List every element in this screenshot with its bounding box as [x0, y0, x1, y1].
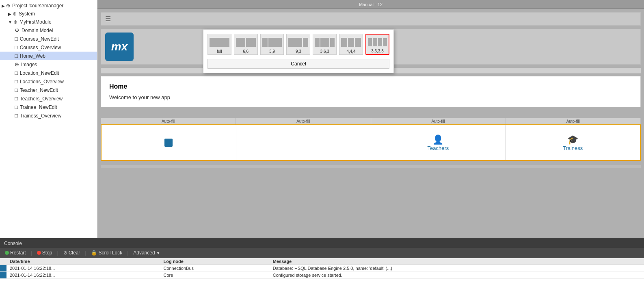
blue-square-icon [164, 139, 173, 147]
autofill-label-4: Auto-fill [506, 118, 640, 124]
teachers-link[interactable]: Teachers [428, 145, 449, 151]
divider-2: | [57, 250, 58, 256]
sidebar-item-myfirstmodule[interactable]: ▼ ⊕ MyFirstModule [0, 18, 97, 26]
courses-newedit-label: Courses_NewEdit [20, 36, 59, 42]
home-web-icon: □ [15, 53, 18, 59]
bar-4-4-4-c [355, 38, 361, 47]
restart-icon [5, 251, 9, 255]
system-label: System [19, 11, 35, 17]
grid-row: 👤 Teachers 🎓 Trainess [101, 124, 641, 161]
bar-9-3-a [288, 38, 302, 47]
bar-9-3-b [303, 38, 308, 47]
hamburger-icon[interactable]: ☰ [105, 15, 111, 22]
layout-bars-3-3-3-3 [366, 35, 389, 48]
locations-overview-label: Locations_Overview [20, 79, 64, 85]
row-datetime-2: 2021-01-14 16:22:18... [6, 272, 160, 279]
stop-label: Stop [42, 250, 52, 256]
grid-section-wrapper: Auto-fill Auto-fill Auto-fill Auto-fill [101, 118, 641, 161]
sidebar-item-trainee-newedit[interactable]: □ Trainee_NewEdit [0, 103, 97, 111]
layout-option-3-3-3-3[interactable]: 3,3,3,3 [365, 34, 389, 55]
teachers-person-icon: 👤 [432, 135, 443, 145]
restart-label: Restart [10, 250, 26, 256]
bar-3-3-3-3-c [378, 38, 382, 46]
console-table: Date/time Log node Message 2021-01-14 16… [0, 258, 644, 291]
table-row: 2021-01-14 16:22:18... Core Configured s… [0, 272, 644, 279]
bar-4-4-4-b [348, 38, 354, 47]
layout-label-3-9: 3,9 [269, 49, 275, 54]
divider-4: | [127, 250, 128, 256]
sidebar-item-home-web[interactable]: □ Home_Web [0, 52, 97, 60]
system-icon: ⊕ [13, 11, 17, 17]
col-datetime: Date/time [6, 258, 160, 265]
bar-6-6-b [246, 38, 255, 47]
console-header: Console [0, 239, 644, 248]
layout-label-3-6-3: 3,6,3 [320, 49, 329, 54]
layout-option-9-3[interactable]: 9,3 [286, 34, 310, 55]
layout-option-3-9[interactable]: 3,9 [260, 34, 284, 55]
sidebar-item-teachers-overview[interactable]: □ Teachers_Overview [0, 94, 97, 103]
autofill-label-1: Auto-fill [101, 118, 236, 124]
advanced-chevron-icon: ▼ [156, 251, 160, 255]
bar-3-3-3-3-b [373, 38, 377, 46]
layout-label-9-3: 9,3 [296, 49, 301, 54]
row-message-2: Configured storage service started. [270, 272, 644, 279]
stop-button[interactable]: Stop [35, 249, 54, 256]
autofill-labels-row: Auto-fill Auto-fill Auto-fill Auto-fill [101, 118, 641, 124]
bar-3-3-3-3-d [383, 38, 387, 46]
layout-bars-9-3 [287, 34, 310, 48]
manual-bar: Manual - 12 [97, 0, 644, 9]
trainess-link[interactable]: Trainess [563, 145, 583, 151]
console-area: Console Restart | Stop | ⊘ Clear | 🔒 Scr… [0, 238, 644, 291]
cancel-button[interactable]: Cancel [207, 59, 389, 69]
autofill-label-3: Auto-fill [371, 118, 506, 124]
layout-option-full[interactable]: full [207, 34, 231, 55]
advanced-button[interactable]: Advanced ▼ [132, 249, 162, 256]
horizontal-scrollbar[interactable] [101, 165, 641, 168]
trainess-overview-icon: □ [15, 113, 18, 119]
home-panel: Home Welcome to your new app [101, 76, 641, 107]
autofill-label-2: Auto-fill [236, 118, 371, 124]
restart-button[interactable]: Restart [3, 249, 28, 256]
home-web-label: Home_Web [20, 53, 45, 59]
layout-bars-full [208, 34, 231, 48]
clear-button[interactable]: ⊘ Clear [62, 249, 82, 256]
grid-col-3: 👤 Teachers [371, 125, 506, 160]
sidebar-item-courses-newedit[interactable]: □ Courses_NewEdit [0, 35, 97, 43]
col-lognode: Log node [160, 258, 269, 265]
sidebar-item-teacher-newedit[interactable]: □ Teacher_NewEdit [0, 86, 97, 94]
domain-model-icon: ⚙ [15, 27, 19, 33]
sidebar-project[interactable]: ▶ ⊕ Project 'coursemanager' [0, 2, 97, 10]
layout-bars-3-9 [261, 34, 284, 48]
sidebar-item-images[interactable]: ⊕ Images [0, 60, 97, 69]
layout-bars-6-6 [234, 34, 257, 48]
sidebar-item-locations-overview[interactable]: □ Locations_Overview [0, 77, 97, 86]
trainess-person-icon: 🎓 [567, 135, 578, 145]
advanced-label: Advanced [133, 250, 155, 256]
sidebar-item-courses-overview[interactable]: □ Courses_Overview [0, 43, 97, 52]
col-indicator [0, 258, 6, 265]
scroll-lock-button[interactable]: 🔒 Scroll Lock [89, 249, 124, 256]
bar-3-6-3-a [315, 38, 319, 47]
myfirstmodule-icon: ⊕ [13, 19, 17, 25]
layout-label-3-3-3-3: 3,3,3,3 [371, 49, 384, 53]
project-icon: ⊕ [6, 3, 10, 9]
system-expand-icon: ▶ [8, 12, 11, 16]
sidebar-item-location-newedit[interactable]: □ Location_NewEdit [0, 69, 97, 77]
sidebar-item-system[interactable]: ▶ ⊕ System [0, 10, 97, 18]
bar-4-4-4-a [341, 38, 347, 47]
layout-label-4-4-4: 4,4,4 [346, 49, 355, 54]
locations-overview-icon: □ [15, 78, 18, 85]
sidebar-item-trainess-overview[interactable]: □ Trainess_Overview [0, 111, 97, 120]
sidebar-item-domain-model[interactable]: ⚙ Domain Model [0, 26, 97, 35]
layout-option-4-4-4[interactable]: 4,4,4 [339, 34, 363, 55]
row-datetime-1: 2021-01-14 16:22:18... [6, 265, 160, 272]
domain-model-label: Domain Model [22, 28, 53, 33]
row-lognode-1: ConnectionBus [160, 265, 269, 272]
project-label: Project 'coursemanager' [12, 3, 65, 9]
bar-full [210, 38, 229, 47]
location-newedit-icon: □ [15, 70, 18, 76]
divider-1: | [31, 250, 32, 256]
layout-option-6-6[interactable]: 6,6 [234, 34, 258, 55]
layout-option-3-6-3[interactable]: 3,6,3 [313, 34, 337, 55]
row-indicator-2 [0, 272, 6, 279]
